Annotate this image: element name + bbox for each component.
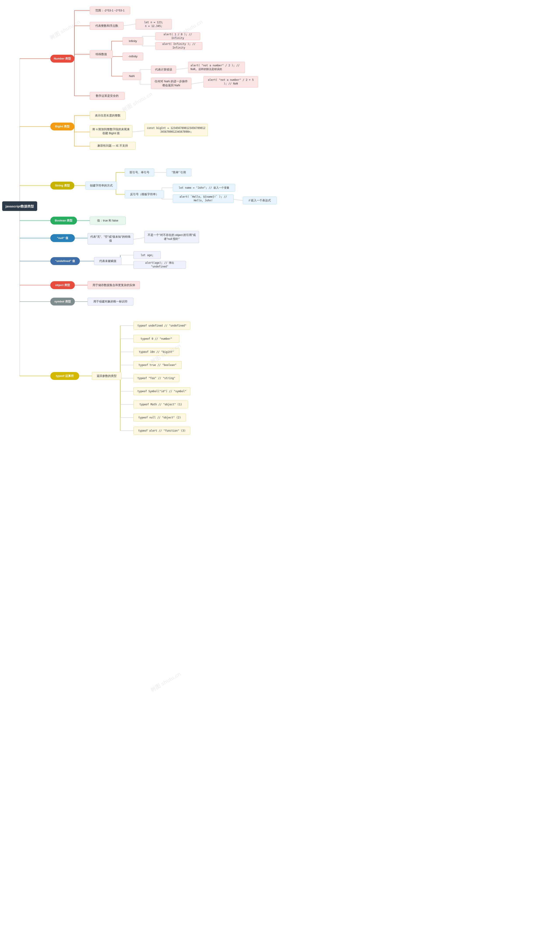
nan-any-node: 任何对 NaN 的进一步操作都会返回 NaN <box>151 78 191 89</box>
object-type-label: object 类型 <box>55 283 70 287</box>
nan-calc-error-node: 代表计算错误 <box>151 66 176 74</box>
undefined-code1-label: let age; <box>141 253 154 257</box>
symbol-type-label: symbol 类型 <box>54 300 71 303</box>
string-template-label: 反引号（模板字符串） <box>130 192 158 196</box>
mind-map: 树图 shutu.cn 树图 shutu.cn 树图 shutu.cn 树图 s… <box>0 0 280 950</box>
typeof-foo-label: typeof "foo" // "string" <box>137 376 175 380</box>
number-special-label: 特殊数值 <box>95 52 107 56</box>
infinity-code1-node: alert( 1 / 0 ); // Infinity <box>155 32 200 40</box>
number-safe-node: 数学运算是安全的 <box>90 92 125 100</box>
string-embed-expr-node: // 嵌入一个表达式 <box>243 197 277 205</box>
bigint-compat-node: 兼容性问题 — IE 不支持 <box>90 142 135 150</box>
neg-infinity-label: -Infinity <box>128 54 138 59</box>
watermark-1: 树图 shutu.cn <box>49 18 82 41</box>
nan-code1-node: alert( "not a number" / 2 ); // NaN, 这样的… <box>188 62 245 73</box>
symbol-desc-label: 用于创建对象的唯一标识符 <box>94 300 128 303</box>
string-embed-expr-label: // 嵌入一个表达式 <box>249 199 271 202</box>
object-desc-label: 用于储存数据集合和更复杂的实体 <box>92 283 135 287</box>
typeof-symbol-node: typeof Symbol("id") // "symbol" <box>134 387 190 395</box>
null-special-label: 代表"无"、"空"或"值未知"的特殊值 <box>90 235 131 243</box>
bigint-type-node: BigInt 类型 <box>50 123 74 131</box>
undefined-unassigned-node: 代表未被赋值 <box>94 257 122 265</box>
string-simple-node: "简单" 引用 <box>166 168 191 176</box>
typeof-symbol-label: typeof Symbol("id") // "symbol" <box>137 390 186 393</box>
typeof-return-node: 返回参数的类型 <box>92 372 122 380</box>
number-special-node: 特殊数值 <box>90 50 113 58</box>
svg-line-41 <box>175 68 188 69</box>
nan-code2-node: alert( "not a number" / 2 + 5 ); // NaN <box>203 76 258 88</box>
string-embed-expr-code-node: alert( `Hello, ${name}!` ); // Hello, Jo… <box>173 194 234 203</box>
typeof-true-node: typeof true // "boolean" <box>134 361 182 369</box>
bigint-create-label: 将 n 附加到整数字段的末尾来创建 BigInt 值 <box>92 127 130 135</box>
infinity-code2-label: alert( Infinity ); // Infinity <box>158 42 200 50</box>
typeof-0-label: typeof 0 // "number" <box>141 337 172 341</box>
svg-line-42 <box>190 82 203 84</box>
number-code1-node: let n = 123; n = 12.345; <box>135 19 172 29</box>
string-embed-expr-code-label: alert( `Hello, ${name}!` ); // Hello, Jo… <box>175 195 231 202</box>
string-double-node: 双引号、单引号 <box>125 168 154 176</box>
null-not-node: 不是一个"对不存在的 object 的引用"或者"null 指针" <box>145 231 199 243</box>
typeof-op-node: typeof 运算符 <box>50 372 79 380</box>
boolean-values-label: 值：true 和 false <box>97 219 118 223</box>
typeof-true-label: typeof true // "boolean" <box>138 363 176 367</box>
bigint-type-label: BigInt 类型 <box>55 125 69 128</box>
boolean-type-node: Boolean 类型 <box>50 217 77 225</box>
typeof-alert-node: typeof alert // "function" (3) <box>134 427 190 435</box>
string-simple-label: "简单" 引用 <box>172 171 186 174</box>
watermark-5: 树图 shutu.cn <box>149 670 182 693</box>
bigint-compat-label: 兼容性问题 — IE 不支持 <box>97 144 128 148</box>
typeof-alert-label: typeof alert // "function" (3) <box>138 429 186 433</box>
bigint-code-label: const bigInt = 1234567890123456789012345… <box>147 126 205 134</box>
typeof-math-label: typeof Math // "object" (1) <box>139 403 182 406</box>
null-not-label: 不是一个"对不存在的 object 的引用"或者"null 指针" <box>147 233 197 241</box>
symbol-desc-node: 用于创建对象的唯一标识符 <box>88 298 134 305</box>
object-desc-node: 用于储存数据集合和更复杂的实体 <box>88 281 140 289</box>
number-type-node: Number 类型 <box>50 55 74 63</box>
null-type-label: "null" 值 <box>57 236 68 240</box>
number-safe-label: 数学运算是安全的 <box>96 94 118 98</box>
typeof-null-label: typeof null // "object" (2) <box>138 416 181 420</box>
null-type-node: "null" 值 <box>50 234 75 242</box>
infinity-label: Infinity <box>129 39 137 43</box>
watermark-3: 树图 shutu.cn <box>121 90 154 113</box>
string-template-node: 反引号（模板字符串） <box>125 190 164 198</box>
string-create-node: 创建字符串的方式 <box>85 182 117 189</box>
number-intfloat-label: 代表整数和浮点数 <box>95 24 118 28</box>
nan-code1-label: alert( "not a number" / 2 ); // NaN, 这样的… <box>191 64 243 71</box>
root-node: javascript数据类型 <box>2 201 37 211</box>
typeof-math-node: typeof Math // "object" (1) <box>134 400 188 408</box>
boolean-type-label: Boolean 类型 <box>55 219 72 223</box>
typeof-undefined-node: typeof undefined // "undefined" <box>134 322 190 329</box>
number-intfloat-node: 代表整数和浮点数 <box>90 22 124 30</box>
number-type-label: Number 类型 <box>54 57 71 61</box>
object-type-node: object 类型 <box>50 281 75 289</box>
null-special-node: 代表"无"、"空"或"值未知"的特殊值 <box>88 233 134 245</box>
bigint-create-node: 将 n 附加到整数字段的末尾来创建 BigInt 值 <box>90 125 132 137</box>
string-embed-var-node: let name = "John"; // 嵌入一个变量 <box>173 184 235 192</box>
typeof-undefined-label: typeof undefined // "undefined" <box>137 324 186 328</box>
symbol-type-node: symbol 类型 <box>50 298 75 305</box>
connection-lines <box>0 0 280 950</box>
typeof-op-label: typeof 运算符 <box>56 374 74 378</box>
string-double-label: 双引号、单引号 <box>129 171 149 174</box>
undefined-code1-node: let age; <box>134 251 161 259</box>
infinity-code2-node: alert( Infinity ); // Infinity <box>155 42 202 50</box>
undefined-type-node: "undefined" 值 <box>50 257 80 265</box>
number-range-node: 范围：-2^53-1 ~2^53-1 <box>90 6 130 14</box>
string-create-label: 创建字符串的方式 <box>90 183 113 188</box>
nan-calc-error-label: 代表计算错误 <box>155 68 172 72</box>
string-embed-var-label: let name = "John"; // 嵌入一个变量 <box>179 186 229 190</box>
undefined-code2-node: alert(age); // 弹出 "undefined" <box>134 261 186 269</box>
root-label: javascript数据类型 <box>5 204 34 209</box>
infinity-code1-label: alert( 1 / 0 ); // Infinity <box>158 32 198 40</box>
string-type-node: String 类型 <box>50 182 74 189</box>
bigint-any-label: 表示任意长度的整数 <box>95 114 120 117</box>
nan-label: NaN <box>129 74 135 78</box>
typeof-return-label: 返回参数的类型 <box>97 374 117 378</box>
number-code1-label: let n = 123; n = 12.345; <box>144 21 163 28</box>
neg-infinity-node: -Infinity <box>123 52 143 60</box>
nan-any-label: 任何对 NaN 的进一步操作都会返回 NaN <box>153 79 189 87</box>
number-range-label: 范围：-2^53-1 ~2^53-1 <box>95 9 125 12</box>
nan-node: NaN <box>123 72 141 80</box>
infinity-node: Infinity <box>123 37 143 45</box>
